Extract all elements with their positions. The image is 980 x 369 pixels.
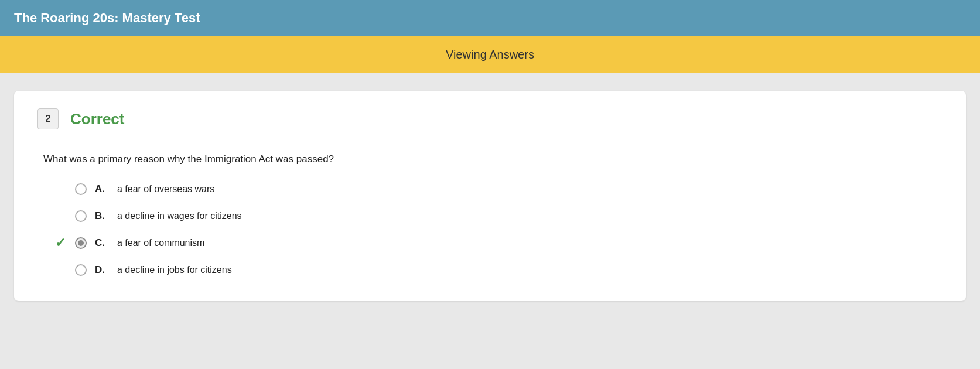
option-letter-b: B. <box>95 210 109 222</box>
radio-b[interactable] <box>75 210 87 222</box>
answer-options: ✓ A. a fear of overseas wars ✓ B. a decl… <box>37 182 943 278</box>
option-text-b: a decline in wages for citizens <box>117 211 242 221</box>
page-title: The Roaring 20s: Mastery Test <box>14 11 200 25</box>
list-item: ✓ D. a decline in jobs for citizens <box>55 262 943 278</box>
radio-c[interactable] <box>75 237 87 249</box>
viewing-answers-bar: Viewing Answers <box>0 36 980 73</box>
radio-a[interactable] <box>75 183 87 195</box>
option-text-a: a fear of overseas wars <box>117 184 214 194</box>
viewing-answers-label: Viewing Answers <box>446 48 534 61</box>
option-text-c: a fear of communism <box>117 238 204 248</box>
option-text-d: a decline in jobs for citizens <box>117 265 232 275</box>
list-item: ✓ A. a fear of overseas wars <box>55 182 943 197</box>
correct-check-icon-c: ✓ <box>55 235 67 251</box>
question-card: 2 Correct What was a primary reason why … <box>14 91 966 301</box>
page-header: The Roaring 20s: Mastery Test <box>0 0 980 36</box>
option-letter-c: C. <box>95 237 109 249</box>
option-letter-d: D. <box>95 264 109 276</box>
option-letter-a: A. <box>95 183 109 195</box>
list-item: ✓ B. a decline in wages for citizens <box>55 209 943 224</box>
question-text: What was a primary reason why the Immigr… <box>37 153 943 165</box>
question-status: Correct <box>70 110 124 128</box>
content-area: 2 Correct What was a primary reason why … <box>0 73 980 319</box>
radio-d[interactable] <box>75 264 87 276</box>
question-number: 2 <box>37 108 59 129</box>
question-header: 2 Correct <box>37 108 943 139</box>
list-item: ✓ C. a fear of communism <box>55 235 943 251</box>
